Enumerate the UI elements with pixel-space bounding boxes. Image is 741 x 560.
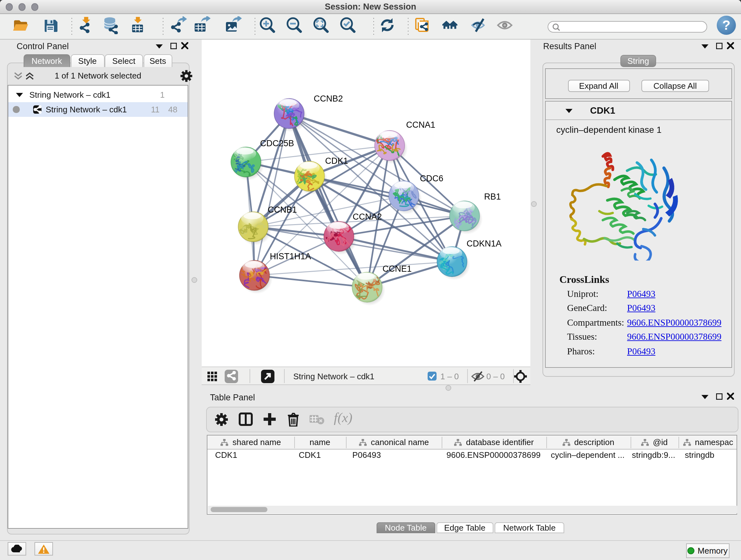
svg-text:CCNB2: CCNB2 [313,94,343,103]
svg-text:CDC6: CDC6 [420,173,443,183]
svg-text:?: ? [722,18,730,33]
svg-text:CCNB1: CCNB1 [267,205,297,214]
svg-text:CDC25B: CDC25B [260,138,294,148]
svg-text:RB1: RB1 [484,192,501,201]
svg-text:CCNA1: CCNA1 [406,120,435,129]
svg-text:HIST1H1A: HIST1H1A [269,251,311,261]
svg-text:CCNE1: CCNE1 [382,264,411,273]
svg-text:CDKN1A: CDKN1A [466,239,501,248]
svg-text:CCNA2: CCNA2 [352,212,382,221]
svg-text:CDK1: CDK1 [325,156,348,165]
